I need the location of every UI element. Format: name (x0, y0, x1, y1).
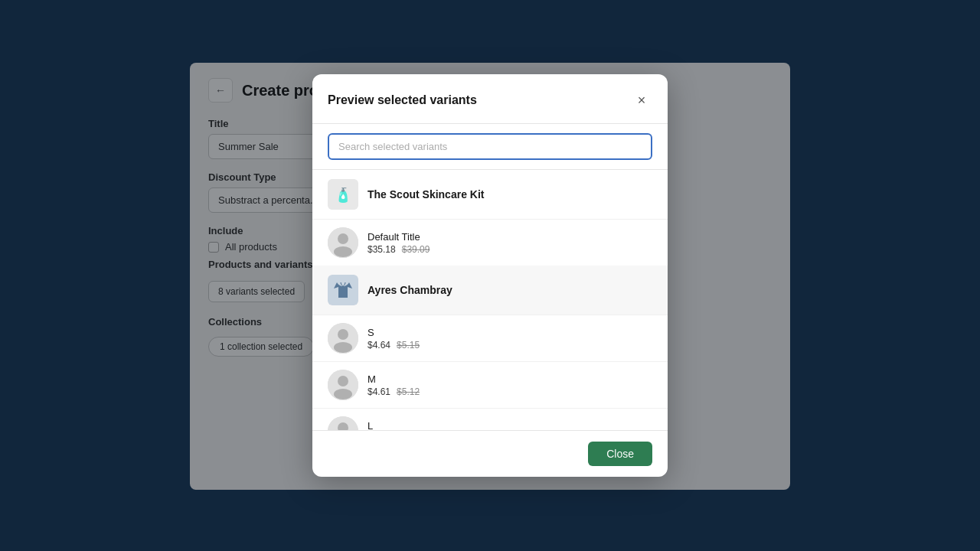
svg-point-11 (334, 389, 352, 399)
search-input[interactable] (328, 133, 652, 160)
price-original-default: $39.09 (402, 244, 430, 255)
svg-point-8 (334, 342, 352, 353)
variant-l: L $4.61 $5.12 (312, 408, 668, 430)
variant-m: M $4.61 $5.12 (312, 361, 668, 408)
variant-default-title: Default Title $35.18 $39.09 (312, 219, 668, 266)
price-original-s: $5.15 (397, 340, 420, 350)
product-name-2: Ayres Chambray (368, 284, 452, 296)
variant-avatar-s (328, 323, 358, 354)
svg-text:🧴: 🧴 (335, 187, 352, 204)
variant-name-default: Default Title (368, 231, 430, 243)
variant-prices-default: $35.18 $39.09 (368, 244, 430, 255)
price-current-s: $4.64 (368, 340, 390, 350)
variant-s: S $4.64 $5.15 (312, 315, 668, 361)
variant-info-m: M $4.61 $5.12 (368, 373, 420, 397)
variant-prices-s: $4.64 $5.15 (368, 340, 420, 350)
svg-point-7 (338, 329, 348, 340)
modal-footer: Close (312, 430, 668, 477)
product-thumb-1: 🧴 (328, 179, 358, 210)
variant-prices-m: $4.61 $5.12 (368, 386, 420, 397)
variant-info-default: Default Title $35.18 $39.09 (368, 231, 430, 255)
variant-name-l: L (368, 420, 420, 431)
variant-avatar-default (328, 227, 358, 258)
variant-avatar-l (328, 416, 358, 430)
product-group-1: 🧴 The Scout Skincare Kit (312, 170, 668, 219)
modal-close-button[interactable]: × (631, 90, 652, 111)
variants-list[interactable]: 🧴 The Scout Skincare Kit Default Title $… (312, 170, 668, 430)
search-container (312, 124, 668, 170)
variant-avatar-m (328, 370, 358, 400)
product-name-1: The Scout Skincare Kit (368, 188, 484, 201)
price-original-m: $5.12 (397, 386, 420, 397)
variant-info-l: L $4.61 $5.12 (368, 420, 420, 431)
modal-header: Preview selected variants × (312, 74, 668, 124)
modal-dialog: Preview selected variants × 🧴 The Scout … (312, 74, 668, 477)
product-group-2: Ayres Chambray (312, 266, 668, 315)
variant-name-m: M (368, 373, 420, 385)
close-button[interactable]: Close (588, 442, 652, 466)
svg-point-4 (334, 246, 352, 257)
price-current-default: $35.18 (368, 244, 396, 255)
price-current-m: $4.61 (368, 386, 390, 397)
variant-info-s: S $4.64 $5.15 (368, 327, 420, 350)
svg-point-3 (338, 233, 348, 244)
variant-name-s: S (368, 327, 420, 338)
product-thumb-2 (328, 275, 358, 305)
modal-title: Preview selected variants (328, 93, 477, 107)
svg-point-10 (338, 376, 348, 386)
